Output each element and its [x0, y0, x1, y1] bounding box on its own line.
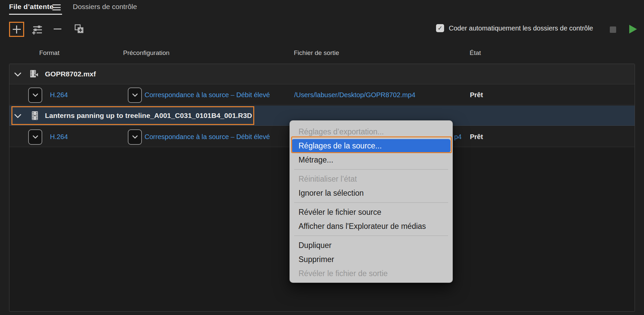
menu-item-reveal-source-file[interactable]: Révéler le fichier source [290, 205, 452, 219]
menu-item-reveal-output-file: Révéler le fichier de sortie [290, 266, 452, 280]
column-header-output-file: Fichier de sortie [294, 49, 339, 57]
context-menu: Réglages d’exportation... Réglages de la… [289, 120, 453, 283]
chevron-down-icon [33, 93, 38, 97]
chevron-down-icon [132, 93, 138, 97]
start-queue-button[interactable] [629, 25, 637, 34]
menu-item-export-settings: Réglages d’exportation... [290, 125, 452, 139]
auto-encode-control: ✓ Coder automatiquement les dossiers de … [436, 24, 593, 32]
source-row-gopr8702[interactable]: GOPR8702.mxf [9, 64, 635, 84]
status-label: Prêt [470, 85, 483, 105]
auto-encode-label: Coder automatiquement les dossiers de co… [449, 24, 593, 32]
tab-watch-folders[interactable]: Dossiers de contrôle [73, 3, 137, 11]
preset-link[interactable]: Correspondance à la source – Débit élevé [145, 127, 270, 147]
source-name: GOPR8702.mxf [45, 64, 96, 84]
chevron-down-icon [33, 135, 38, 139]
queue-toolbar: ✓ Coder automatiquement les dossiers de … [0, 19, 644, 40]
auto-encode-checkbox[interactable]: ✓ [436, 24, 444, 32]
format-link[interactable]: H.264 [50, 127, 68, 147]
format-dropdown[interactable] [28, 87, 42, 103]
chevron-down-icon[interactable] [14, 114, 21, 118]
preset-dropdown[interactable] [128, 129, 142, 145]
stop-queue-button[interactable] [610, 26, 616, 33]
column-header-format: Format [39, 49, 59, 57]
menu-item-delete[interactable]: Supprimer [290, 252, 452, 266]
output-file-link[interactable]: /Users/labuser/Desktop/GOPR8702.mp4 [294, 85, 415, 105]
menu-item-source-settings[interactable]: Réglages de la source... [292, 139, 450, 152]
panel-menu-icon[interactable] [52, 4, 61, 11]
source-name: Lanterns panning up to treeline_A001_C03… [45, 106, 252, 126]
menu-separator [294, 169, 448, 170]
duplicate-icon[interactable] [74, 24, 84, 34]
active-tab-underline [9, 14, 62, 15]
format-dropdown[interactable] [28, 129, 42, 145]
menu-item-reset-status: Réinitialiser l’état [290, 172, 452, 186]
panel-tab-bar: File d’attente Dossiers de contrôle [0, 0, 644, 17]
column-header-preset: Préconfiguration [123, 49, 169, 57]
plus-icon [13, 25, 21, 34]
column-header-status: État [470, 49, 481, 57]
format-link[interactable]: H.264 [50, 85, 68, 105]
menu-separator [294, 236, 448, 236]
menu-item-metrage[interactable]: Métrage... [290, 153, 452, 167]
menu-separator [294, 202, 448, 203]
menu-item-skip-selection[interactable]: Ignorer la sélection [290, 186, 452, 200]
film-clip-icon [31, 111, 39, 120]
tab-queue[interactable]: File d’attente [9, 3, 53, 11]
preset-dropdown[interactable] [128, 87, 142, 103]
output-row[interactable]: H.264 Correspondance à la source – Débit… [9, 85, 635, 105]
status-label: Prêt [470, 127, 483, 147]
add-source-button[interactable] [9, 22, 24, 37]
chevron-down-icon[interactable] [14, 72, 21, 77]
queue-column-headers: Format Préconfiguration Fichier de sorti… [0, 49, 644, 57]
video-audio-clip-icon [30, 69, 40, 79]
menu-item-show-in-media-browser[interactable]: Afficher dans l'Explorateur de médias [290, 219, 452, 233]
chevron-down-icon [132, 135, 138, 139]
output-file-link-partial[interactable]: p4 [454, 127, 462, 147]
menu-item-duplicate[interactable]: Dupliquer [290, 238, 452, 252]
preset-link[interactable]: Correspondance à la source – Débit élevé [145, 85, 270, 105]
media-encoder-queue-panel: File d’attente Dossiers de contrôle [0, 0, 644, 315]
add-output-sliders-icon[interactable] [32, 25, 43, 35]
remove-source-icon[interactable] [54, 28, 61, 29]
